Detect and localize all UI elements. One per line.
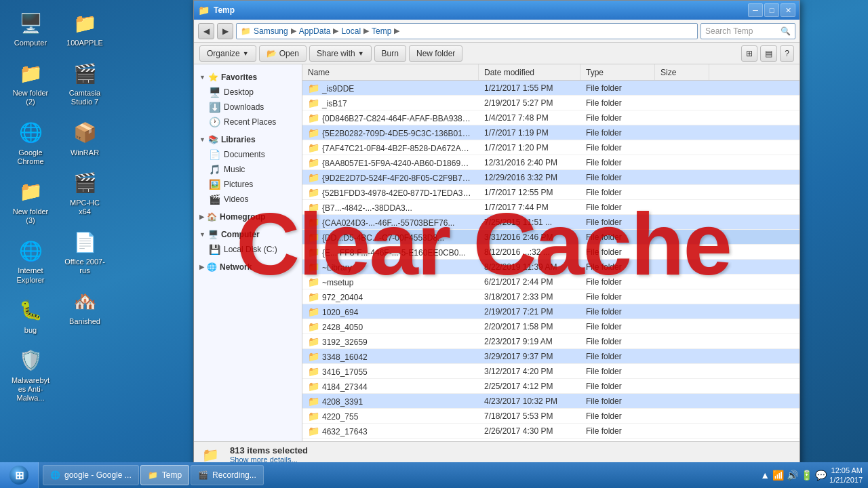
table-row[interactable]: 📁{E...-FF8-F...-446F-...-5-E160EE0CB0...…	[302, 245, 800, 260]
taskbar-item-google---google----[interactable]: 🌐google - Google ...	[43, 465, 139, 485]
icon-img-internet-explorer: 🌐	[17, 237, 44, 264]
file-folder-icon: 📁	[308, 232, 319, 243]
file-date: 2/20/2017 1:58 PM	[479, 322, 580, 331]
col-header-size[interactable]: Size	[655, 64, 709, 80]
libraries-header[interactable]: ▼ 📚 Libraries	[194, 132, 302, 147]
table-row[interactable]: 📁972_20404 3/18/2017 2:33 PM File folder	[302, 289, 800, 304]
file-name: 📁{8AA8057E1-5F9A-4240-AB60-D1869D1B3...	[302, 157, 479, 168]
taskbar-item-label: Recording...	[212, 470, 256, 480]
search-icon[interactable]: 🔍	[781, 26, 791, 36]
desktop-icon-banished[interactable]: 🏘️ Banished	[61, 285, 108, 329]
file-list[interactable]: 📁_is9DDE 1/21/2017 1:55 PM File folder 📁…	[302, 81, 800, 441]
tray-battery-icon[interactable]: 🔋	[801, 470, 812, 481]
sidebar-item-documents[interactable]: 📄 Documents	[194, 147, 302, 162]
close-button[interactable]: ✕	[781, 3, 795, 17]
path-appdata: AppData	[299, 26, 331, 36]
tray-network-icon[interactable]: 📶	[772, 470, 784, 481]
table-row[interactable]: 📁_isB17 2/19/2017 5:27 PM File folder	[302, 96, 800, 110]
favorites-section: ▼ ⭐ Favorites 🖥️ Desktop ⬇️ Downloads 🕐	[194, 70, 302, 129]
desktop-icon-new-folder-2[interactable]: 📁 New folder (2)	[7, 57, 54, 109]
table-row[interactable]: 📁{B7...-4842-...-38DDA3... 1/7/2017 7:44…	[302, 200, 800, 215]
favorites-header[interactable]: ▼ ⭐ Favorites	[194, 70, 302, 85]
taskbar-item-temp[interactable]: 📁Temp	[140, 465, 189, 485]
computer-header[interactable]: ▼ 🖥️ Computer	[194, 227, 302, 242]
icon-label-banished: Banished	[69, 317, 100, 326]
network-header[interactable]: ▶ 🌐 Network	[194, 260, 302, 274]
file-list-container: Name Date modified Type Size 📁_is9DDE 1/…	[302, 64, 800, 441]
preview-pane-button[interactable]: ▤	[760, 45, 777, 62]
view-options-button[interactable]: ⊞	[741, 45, 757, 62]
table-row[interactable]: 📁{5E2B0282-709D-4DE5-9C3C-136B01FF2F... …	[302, 125, 800, 140]
maximize-button[interactable]: □	[764, 3, 779, 17]
clock[interactable]: 12:05 AM 1/21/2017	[829, 466, 863, 485]
taskbar-item-recording---[interactable]: 🎬Recording...	[191, 465, 264, 485]
sidebar-item-desktop[interactable]: 🖥️ Desktop	[194, 85, 302, 100]
downloads-label: Downloads	[224, 102, 264, 112]
table-row[interactable]: 📁{9D2E2D7D-524F-4F20-8F05-C2F9B7430B... …	[302, 170, 800, 185]
burn-button[interactable]: Burn	[374, 45, 406, 62]
tray-volume-icon[interactable]: 🔊	[787, 470, 798, 481]
minimize-button[interactable]: ─	[748, 3, 763, 17]
desktop-icon-office2007[interactable]: 📄 Office 2007-rus	[61, 226, 108, 278]
burn-label: Burn	[382, 49, 399, 58]
table-row[interactable]: 📁1020_694 2/19/2017 7:21 PM File folder	[302, 304, 800, 319]
pictures-label: Pictures	[224, 180, 253, 189]
table-row[interactable]: 📁{DD...D5-4BC...-C7-00F4553D8... 3/31/20…	[302, 230, 800, 245]
desktop-icon-camtasia[interactable]: 🎬 Camtasia Studio 7	[61, 57, 108, 109]
sidebar-item-videos[interactable]: 🎬 Videos	[194, 192, 302, 207]
homegroup-header[interactable]: ▶ 🏠 Homegroup	[194, 209, 302, 224]
help-button[interactable]: ?	[780, 45, 794, 62]
file-folder-icon: 📁	[308, 336, 319, 347]
share-with-button[interactable]: Share with ▼	[309, 45, 372, 62]
desktop-icon-new-folder-3[interactable]: 📁 New folder (3)	[7, 176, 54, 228]
table-row[interactable]: 📁~msetup 6/21/2017 2:44 PM File folder	[302, 274, 800, 289]
table-row[interactable]: 📁4632_17643 2/26/2017 4:30 PM File folde…	[302, 424, 800, 439]
file-date: 2/19/2017 7:21 PM	[479, 307, 580, 317]
sidebar-item-music[interactable]: 🎵 Music	[194, 162, 302, 177]
sidebar-item-pictures[interactable]: 🖼️ Pictures	[194, 177, 302, 192]
table-row[interactable]: 📁{CAA024D3-...-46F...-55703BEF76... 7/25…	[302, 215, 800, 230]
explorer-window: 📁 Temp ─ □ ✕ ◀ ▶ 📁 Samsung ▶ AppData ▶ L…	[193, 0, 800, 468]
table-row[interactable]: 📁4220_755 7/18/2017 5:53 PM File folder	[302, 409, 800, 424]
organize-button[interactable]: Organize ▼	[199, 45, 256, 62]
table-row[interactable]: 📁4184_27344 2/25/2017 4:12 PM File folde…	[302, 379, 800, 394]
desktop-icon-100apple[interactable]: 📁 100APPLE	[61, 7, 108, 50]
desktop-icon-google-chrome[interactable]: 🌐 Google Chrome	[7, 117, 54, 169]
network-section: ▶ 🌐 Network	[194, 260, 302, 274]
search-box[interactable]: Search Temp 🔍	[701, 23, 795, 39]
table-row[interactable]: 📁2428_4050 2/20/2017 1:58 PM File folder	[302, 319, 800, 334]
table-row[interactable]: 📁3348_16042 3/29/2017 9:37 PM File folde…	[302, 349, 800, 364]
file-name: 📁{52B1FDD3-4978-42E0-877D-17EDA370EA...	[302, 187, 479, 198]
table-row[interactable]: 📁3416_17055 3/12/2017 4:20 PM File folde…	[302, 364, 800, 379]
desktop-icon-mpc-hc[interactable]: 🎬 MPC-HC x64	[61, 167, 108, 219]
table-row[interactable]: 📁~Library 8/22/2019 11:39 AM File folder	[302, 260, 800, 274]
col-header-name[interactable]: Name	[302, 64, 479, 80]
sidebar-item-downloads[interactable]: ⬇️ Downloads	[194, 100, 302, 115]
table-row[interactable]: 📁3192_32659 2/23/2017 9:19 AM File folde…	[302, 334, 800, 349]
table-row[interactable]: 📁_is9DDE 1/21/2017 1:55 PM File folder	[302, 81, 800, 96]
sidebar-item-recent-places[interactable]: 🕐 Recent Places	[194, 115, 302, 129]
desktop-icon-internet-explorer[interactable]: 🌐 Internet Explorer	[7, 235, 54, 287]
table-row[interactable]: 📁{0D846B27-C824-464F-AFAF-BBA938CE4... 1…	[302, 110, 800, 125]
sidebar-item-local-disk[interactable]: 💾 Local Disk (C:)	[194, 242, 302, 257]
table-row[interactable]: 📁4208_3391 4/23/2017 10:32 PM File folde…	[302, 394, 800, 409]
desktop-icon-bug[interactable]: 🐛 bug	[7, 294, 54, 338]
table-row[interactable]: 📁{8AA8057E1-5F9A-4240-AB60-D1869D1B3... …	[302, 155, 800, 170]
desktop-icon-computer[interactable]: 🖥️ Computer	[7, 7, 54, 50]
file-date: 1/7/2017 7:44 PM	[479, 203, 580, 212]
desktop-icon-winrar[interactable]: 📦 WinRAR	[61, 117, 108, 160]
table-row[interactable]: 📁{7AF47C21-0F84-4B2F-8528-DA672A3366... …	[302, 140, 800, 155]
col-header-type[interactable]: Type	[580, 64, 655, 80]
new-folder-button[interactable]: New folder	[409, 45, 462, 62]
back-button[interactable]: ◀	[198, 23, 214, 39]
table-row[interactable]: 📁{52B1FDD3-4978-42E0-877D-17EDA370EA... …	[302, 185, 800, 200]
forward-button[interactable]: ▶	[217, 23, 233, 39]
open-button[interactable]: 📂 Open	[259, 45, 307, 62]
address-path[interactable]: 📁 Samsung ▶ AppData ▶ Local ▶ Temp ▶	[236, 23, 698, 39]
start-button[interactable]: ⊞	[0, 462, 39, 488]
tray-input-icon[interactable]: 💬	[815, 470, 827, 481]
desktop-icon-malwarebytes[interactable]: 🛡️ Malwarebytes Anti-Malwa...	[7, 344, 54, 406]
col-header-date[interactable]: Date modified	[479, 64, 580, 80]
tray-arrow-icon[interactable]: ▲	[760, 470, 770, 481]
file-type: File folder	[580, 382, 655, 391]
